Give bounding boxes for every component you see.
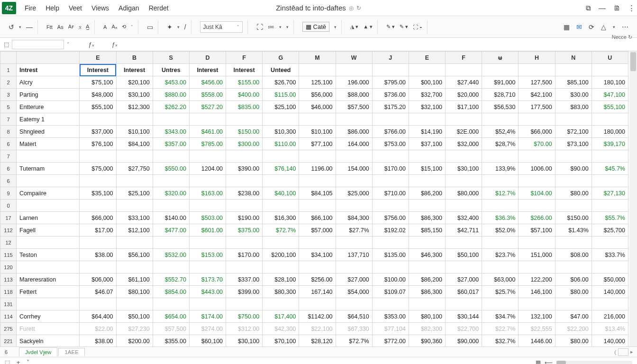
triangle-icon[interactable]: △ xyxy=(601,23,606,31)
data-cell[interactable]: $33,100 xyxy=(116,212,153,224)
data-cell[interactable]: $22,700 xyxy=(446,323,482,335)
data-cell[interactable]: $47.00 xyxy=(555,310,592,323)
data-cell[interactable] xyxy=(336,298,372,310)
data-cell[interactable] xyxy=(446,298,482,310)
data-cell[interactable] xyxy=(482,175,519,187)
data-cell[interactable] xyxy=(153,237,189,249)
data-cell[interactable] xyxy=(336,237,372,249)
header-cell[interactable]: Unteed xyxy=(263,64,299,76)
col-header-12[interactable]: H xyxy=(519,52,555,64)
data-cell[interactable]: $22.00 xyxy=(80,323,116,335)
data-cell[interactable]: $75,000 xyxy=(80,163,116,175)
data-cell[interactable] xyxy=(592,261,628,273)
row-header[interactable]: 120 xyxy=(0,261,17,273)
data-cell[interactable]: 1196.00 xyxy=(299,163,336,175)
data-cell[interactable]: $753.00 xyxy=(372,138,409,150)
sheet-tab-2[interactable]: 1AEE xyxy=(58,348,84,356)
data-cell[interactable]: $91,000 xyxy=(482,76,519,89)
data-cell[interactable] xyxy=(189,261,226,273)
data-cell[interactable]: $37,000 xyxy=(80,126,116,138)
data-cell[interactable]: 132,100 xyxy=(519,310,555,323)
data-cell[interactable]: $25.7% xyxy=(482,286,519,298)
data-cell[interactable] xyxy=(555,298,592,310)
data-cell[interactable] xyxy=(263,298,299,310)
data-cell[interactable]: $736.00 xyxy=(372,89,409,101)
data-cell[interactable] xyxy=(189,175,226,187)
data-cell[interactable] xyxy=(80,298,116,310)
menu-rerdet[interactable]: Rerdet xyxy=(149,4,169,12)
data-cell[interactable]: $300.00 xyxy=(226,138,263,150)
data-cell[interactable]: $456.00 xyxy=(189,76,226,89)
data-cell[interactable] xyxy=(446,237,482,249)
data-cell[interactable]: $70.00 xyxy=(519,138,555,150)
data-cell[interactable]: $85,100 xyxy=(555,76,592,89)
data-cell[interactable]: $1.43% xyxy=(555,224,592,237)
tab-scroll-right-icon[interactable]: ▸ xyxy=(630,349,633,355)
data-cell[interactable] xyxy=(226,237,263,249)
data-cell[interactable] xyxy=(372,150,409,163)
data-cell[interactable] xyxy=(263,175,299,187)
data-cell[interactable]: 140,000 xyxy=(592,286,628,298)
data-cell[interactable]: $42,300 xyxy=(263,323,299,335)
data-cell[interactable] xyxy=(80,150,116,163)
data-cell[interactable] xyxy=(80,261,116,273)
data-cell[interactable]: 133,9% xyxy=(482,163,519,175)
data-cell[interactable]: $22.7% xyxy=(482,323,519,335)
data-cell[interactable] xyxy=(263,150,299,163)
data-cell[interactable] xyxy=(519,261,555,273)
mail-icon[interactable]: ✉ xyxy=(576,23,582,31)
data-cell[interactable]: $66,000 xyxy=(519,126,555,138)
data-cell[interactable] xyxy=(409,150,445,163)
col-header-13[interactable]: N xyxy=(555,52,592,64)
data-cell[interactable]: $72,100 xyxy=(555,126,592,138)
grab-icon[interactable]: ⛶ xyxy=(256,23,263,31)
data-cell[interactable] xyxy=(446,113,482,126)
data-cell[interactable]: $266.00 xyxy=(519,212,555,224)
data-cell[interactable]: $170.00 xyxy=(226,249,263,261)
data-cell[interactable]: $795.00 xyxy=(372,76,409,89)
data-cell[interactable]: $104.00 xyxy=(519,187,555,200)
data-cell[interactable] xyxy=(189,237,226,249)
data-cell[interactable]: $710.00 xyxy=(372,187,409,200)
end-caret[interactable]: ▾ xyxy=(613,25,615,29)
data-cell[interactable]: $63,000 xyxy=(482,273,519,286)
data-cell[interactable] xyxy=(116,261,153,273)
data-cell[interactable]: $262.20 xyxy=(153,101,189,113)
vertical-scroll-thumb[interactable] xyxy=(630,52,636,71)
data-cell[interactable] xyxy=(409,113,445,126)
undo-caret[interactable]: ▾ xyxy=(19,25,21,29)
data-cell[interactable]: $28,120 xyxy=(299,335,336,347)
data-cell[interactable]: $175.20 xyxy=(372,101,409,113)
data-cell[interactable]: $399.00 xyxy=(226,286,263,298)
data-cell[interactable]: $200.00 xyxy=(116,335,153,347)
data-cell[interactable]: $17,100 xyxy=(446,101,482,113)
data-cell[interactable] xyxy=(555,237,592,249)
data-cell[interactable]: $25,700 xyxy=(592,224,628,237)
data-cell[interactable]: $54,000 xyxy=(336,286,372,298)
data-cell[interactable]: $12,100 xyxy=(116,224,153,237)
data-cell[interactable]: $163.00 xyxy=(189,187,226,200)
data-cell[interactable] xyxy=(409,298,445,310)
data-cell[interactable] xyxy=(446,175,482,187)
data-cell[interactable]: $772.00 xyxy=(372,335,409,347)
data-cell[interactable]: $32,400 xyxy=(446,212,482,224)
add-sheet-icon[interactable]: + xyxy=(17,359,20,364)
data-cell[interactable] xyxy=(263,200,299,212)
data-cell[interactable] xyxy=(372,237,409,249)
row-header[interactable]: 275 xyxy=(0,323,17,335)
col-header-9[interactable]: E xyxy=(409,52,445,64)
data-cell[interactable]: $32,000 xyxy=(446,138,482,150)
data-cell[interactable]: 1446.00 xyxy=(519,335,555,347)
data-cell[interactable]: $140.00 xyxy=(153,212,189,224)
data-cell[interactable] xyxy=(482,261,519,273)
data-cell[interactable]: $461.00 xyxy=(189,126,226,138)
data-cell[interactable]: $90,000 xyxy=(446,335,482,347)
menu-veet[interactable]: Veet xyxy=(69,4,82,12)
row-label[interactable]: Fettert xyxy=(17,286,80,298)
row-header[interactable]: 115 xyxy=(0,249,17,261)
data-cell[interactable]: $28,710 xyxy=(482,89,519,101)
row-header[interactable]: 6 xyxy=(0,163,17,175)
shape-icon[interactable]: ⛶ ▾ xyxy=(413,24,422,30)
data-cell[interactable]: $30.00 xyxy=(555,89,592,101)
data-cell[interactable] xyxy=(80,200,116,212)
